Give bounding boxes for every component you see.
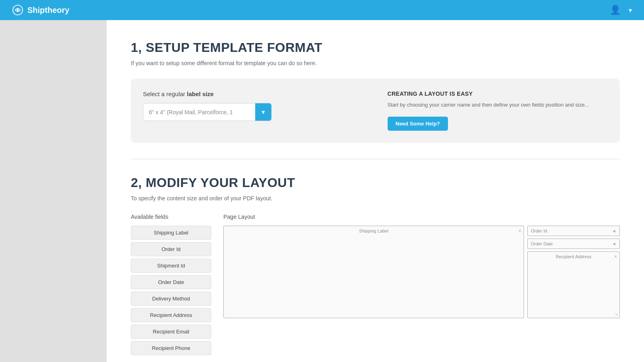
- section1-subtitle: If you want to setup some different form…: [131, 60, 620, 66]
- top-header: Shiptheory 👤 ▾: [0, 0, 644, 20]
- shipping-label-close-icon[interactable]: ×: [518, 228, 521, 234]
- label-size-label: Select a regular label size: [143, 90, 363, 97]
- field-delivery-method[interactable]: Delivery Method: [131, 292, 211, 306]
- logo-text: Shiptheory: [27, 6, 69, 15]
- layout-order-date-row[interactable]: Order Date ◄: [527, 239, 620, 249]
- header-right: 👤 ▾: [610, 5, 632, 15]
- section2-title: 2, MODIFY YOUR LAYOUT: [131, 175, 620, 190]
- available-fields-column: Available fields Shipping Label Order Id…: [131, 214, 211, 358]
- logo: Shiptheory: [12, 4, 69, 16]
- help-button[interactable]: Need Some Help?: [388, 117, 448, 131]
- label-size-section: Select a regular label size ▾: [143, 90, 363, 121]
- order-date-arrow-icon: ◄: [612, 241, 616, 246]
- header-chevron-icon[interactable]: ▾: [629, 6, 632, 14]
- page-layout-label: Page Layout: [223, 214, 620, 220]
- layout-area: Shipping Label × Order Id ◄ Order Date ◄: [223, 226, 620, 318]
- layout-order-date-label: Order Date: [531, 241, 553, 246]
- setup-card: Select a regular label size ▾ CREATING A…: [131, 78, 620, 143]
- fields-layout: Available fields Shipping Label Order Id…: [131, 214, 620, 358]
- layout-recipient-box[interactable]: Recipient Address × ↘: [527, 251, 620, 318]
- field-recipient-phone[interactable]: Recipient Phone: [131, 341, 211, 355]
- label-size-select-wrapper: ▾: [143, 103, 272, 121]
- recipient-close-icon[interactable]: ×: [614, 254, 617, 259]
- shipping-label-box-title: Shipping Label: [359, 228, 388, 233]
- label-size-input[interactable]: [143, 104, 255, 120]
- section2-subtitle: To specify the content size and order of…: [131, 195, 620, 202]
- layout-recipient-label: Recipient Address: [556, 254, 592, 259]
- right-fields: Order Id ◄ Order Date ◄ Recipient Addres…: [527, 226, 620, 318]
- logo-icon: [12, 4, 23, 16]
- layout-order-id-label: Order Id: [531, 228, 547, 233]
- layout-order-id-row[interactable]: Order Id ◄: [527, 226, 620, 236]
- label-size-dropdown-button[interactable]: ▾: [255, 103, 271, 121]
- field-recipient-email[interactable]: Recipient Email: [131, 325, 211, 339]
- svg-point-1: [17, 9, 19, 11]
- field-shipment-id[interactable]: Shipment Id: [131, 259, 211, 273]
- help-card: CREATING A LAYOUT IS EASY Start by choos…: [388, 90, 608, 131]
- main-content: 1, SETUP TEMPLATE FORMAT If you want to …: [107, 20, 644, 362]
- order-id-arrow-icon: ◄: [612, 228, 616, 233]
- shipping-label-box: Shipping Label ×: [223, 226, 524, 318]
- field-shipping-label[interactable]: Shipping Label: [131, 226, 211, 240]
- help-card-title: CREATING A LAYOUT IS EASY: [388, 90, 608, 97]
- field-order-date[interactable]: Order Date: [131, 275, 211, 289]
- user-icon[interactable]: 👤: [610, 5, 621, 15]
- available-fields-label: Available fields: [131, 214, 211, 220]
- section-divider: [131, 159, 620, 159]
- page-layout-column: Page Layout Shipping Label × Order Id ◄: [223, 214, 620, 318]
- help-card-text: Start by choosing your carrier name and …: [388, 101, 608, 109]
- field-recipient-address[interactable]: Recipient Address: [131, 308, 211, 322]
- sidebar: [0, 20, 107, 362]
- section1-title: 1, SETUP TEMPLATE FORMAT: [131, 40, 620, 55]
- field-order-id[interactable]: Order Id: [131, 242, 211, 256]
- resize-handle-icon[interactable]: ↘: [615, 312, 618, 316]
